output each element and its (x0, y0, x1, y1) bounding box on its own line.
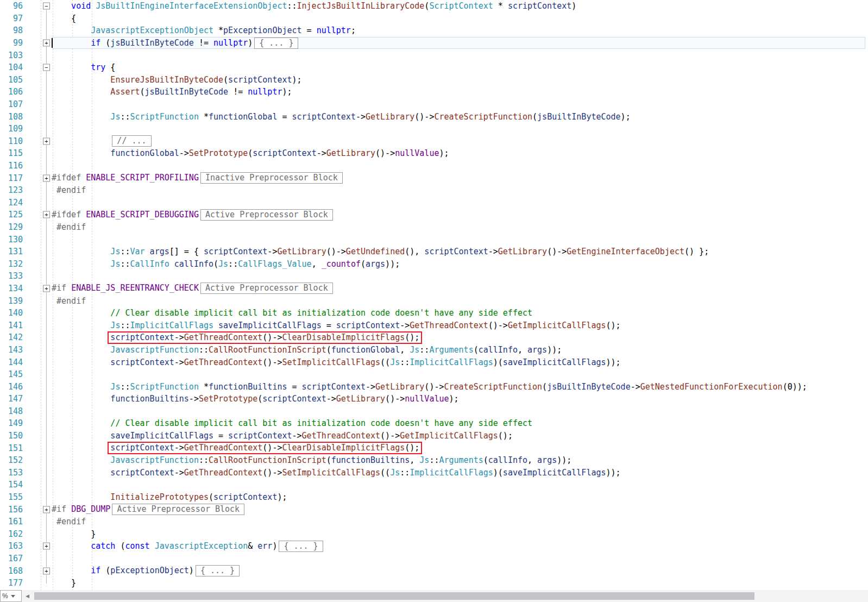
code-text[interactable]: scriptContext->GetThreadContext()->SetIm… (52, 358, 621, 367)
outlining-margin[interactable] (23, 123, 52, 135)
outlining-margin[interactable] (23, 356, 52, 368)
fold-expand-icon[interactable]: + (43, 40, 50, 47)
line-number[interactable]: 168 (0, 566, 23, 576)
fold-expand-icon[interactable]: + (43, 211, 50, 218)
outlining-margin[interactable] (23, 258, 52, 270)
code-text[interactable]: if (jsBuiltInByteCode != nullptr){ ... } (52, 37, 298, 49)
code-text[interactable]: JavascriptFunction::CallRootFunctionInSc… (52, 455, 571, 465)
code-line[interactable]: 145 (0, 368, 868, 381)
code-line[interactable]: 116 (0, 160, 868, 172)
code-text[interactable]: // Clear disable implicit call bit as in… (52, 418, 532, 428)
outlining-margin[interactable] (23, 184, 52, 197)
line-number[interactable]: 96 (0, 1, 23, 11)
line-number[interactable]: 147 (0, 394, 23, 404)
code-text[interactable]: } (52, 529, 96, 539)
line-number[interactable]: 163 (0, 541, 23, 551)
code-line[interactable]: 106Assert(jsBuiltInByteCode != nullptr); (0, 86, 868, 98)
fold-expand-icon[interactable]: + (43, 174, 50, 181)
code-text[interactable]: catch (const JavascriptException& err){ … (52, 541, 323, 552)
code-line[interactable]: 131Js::Var args[] = { scriptContext->Get… (0, 246, 868, 258)
line-number[interactable]: 117 (0, 173, 23, 183)
line-number[interactable]: 115 (0, 148, 23, 158)
zoom-level-dropdown[interactable]: % (0, 590, 22, 602)
outlining-margin[interactable] (23, 344, 52, 356)
code-line[interactable]: 144scriptContext->GetThreadContext()->Se… (0, 356, 868, 368)
code-text[interactable]: #ifdef ENABLE_SCRIPT_PROFILINGInactive P… (52, 172, 343, 184)
outlining-margin[interactable]: + (23, 540, 52, 553)
code-text[interactable]: scriptContext->GetThreadContext()->Clear… (52, 442, 422, 454)
line-number[interactable]: 106 (0, 87, 23, 97)
line-number[interactable]: 132 (0, 259, 23, 269)
code-text[interactable]: } (52, 578, 76, 588)
fold-expand-icon[interactable]: + (43, 543, 50, 550)
horizontal-scrollbar[interactable]: % ◀ (0, 590, 868, 602)
code-line[interactable]: 124 (0, 197, 868, 209)
collapsed-region-pill[interactable]: Active Preprocessor Block (112, 504, 244, 515)
code-line[interactable]: 132Js::CallInfo callInfo(Js::CallFlags_V… (0, 258, 868, 270)
code-text[interactable]: EnsureJsBuiltInByteCode(scriptContext); (52, 75, 302, 85)
code-text[interactable]: Js::ImplicitCallFlags saveImplicitCallFl… (52, 321, 621, 330)
outlining-margin[interactable] (23, 270, 52, 283)
outlining-margin[interactable] (23, 553, 52, 565)
line-number[interactable]: 131 (0, 247, 23, 256)
outlining-margin[interactable] (23, 442, 52, 454)
code-text[interactable]: Js::Var args[] = { scriptContext->GetLib… (52, 247, 709, 256)
code-line[interactable]: 133 (0, 270, 868, 283)
code-text[interactable]: #endif (52, 296, 86, 306)
outlining-margin[interactable] (23, 160, 52, 172)
code-line[interactable]: 149// Clear disable implicit call bit as… (0, 417, 868, 430)
line-number[interactable]: 167 (0, 554, 23, 563)
collapsed-region-pill[interactable]: Active Preprocessor Block (200, 283, 333, 294)
code-line[interactable]: 142scriptContext->GetThreadContext()->Cl… (0, 331, 868, 344)
code-text[interactable]: JavascriptExceptionObject *pExceptionObj… (52, 26, 356, 35)
outlining-margin[interactable] (23, 147, 52, 160)
code-line[interactable]: 177} (0, 577, 868, 590)
code-line[interactable]: 139#endif (0, 294, 868, 307)
outlining-margin[interactable] (23, 221, 52, 234)
code-line[interactable]: 108Js::ScriptFunction *functionGlobal = … (0, 110, 868, 123)
fold-expand-icon[interactable]: + (43, 567, 50, 574)
line-number[interactable]: 104 (0, 62, 23, 72)
code-text[interactable]: scriptContext->GetThreadContext()->SetIm… (52, 468, 621, 478)
line-number[interactable]: 162 (0, 529, 23, 539)
code-text[interactable]: Js::CallInfo callInfo(Js::CallFlags_Valu… (52, 259, 400, 269)
outlining-margin[interactable] (23, 319, 52, 331)
outlining-margin[interactable] (23, 491, 52, 504)
line-number[interactable]: 123 (0, 185, 23, 195)
code-line[interactable]: 167 (0, 553, 868, 565)
collapsed-region-pill[interactable]: // ... (112, 135, 151, 147)
code-line[interactable]: 154 (0, 479, 868, 491)
code-line[interactable]: 96−void JsBuiltInEngineInterfaceExtensio… (0, 0, 868, 12)
line-number[interactable]: 98 (0, 26, 23, 35)
collapsed-region-pill[interactable]: Inactive Preprocessor Block (200, 172, 343, 184)
code-line[interactable]: 148 (0, 405, 868, 418)
outlining-margin[interactable]: − (23, 0, 52, 12)
line-number[interactable]: 105 (0, 75, 23, 85)
outlining-margin[interactable] (23, 430, 52, 442)
code-line[interactable]: 151scriptContext->GetThreadContext()->Cl… (0, 442, 868, 454)
code-text[interactable]: void JsBuiltInEngineInterfaceExtensionOb… (52, 1, 576, 11)
code-line[interactable]: 150saveImplicitCallFlags = scriptContext… (0, 430, 868, 442)
line-number[interactable]: 140 (0, 308, 23, 318)
line-number[interactable]: 156 (0, 505, 23, 515)
code-line[interactable]: 162} (0, 528, 868, 541)
code-text[interactable]: try { (52, 62, 115, 72)
code-text[interactable]: functionGlobal->SetPrototype(scriptConte… (52, 148, 449, 158)
outlining-margin[interactable] (23, 98, 52, 111)
code-line[interactable]: 125+#ifdef ENABLE_SCRIPT_DEBUGGINGActive… (0, 209, 868, 221)
code-line[interactable]: 110+// ... (0, 135, 868, 148)
line-number[interactable]: 151 (0, 443, 23, 453)
fold-collapse-icon[interactable]: − (43, 3, 50, 10)
line-number[interactable]: 153 (0, 468, 23, 478)
outlining-margin[interactable]: + (23, 503, 52, 516)
code-line[interactable]: 141Js::ImplicitCallFlags saveImplicitCal… (0, 319, 868, 331)
outlining-margin[interactable] (23, 294, 52, 307)
outlining-margin[interactable]: + (23, 135, 52, 148)
code-line[interactable]: 168+if (pExceptionObject){ ... } (0, 565, 868, 577)
code-line[interactable]: 146Js::ScriptFunction *functionBuiltins … (0, 380, 868, 393)
outlining-margin[interactable] (23, 233, 52, 246)
outlining-margin[interactable] (23, 246, 52, 258)
code-line[interactable]: 152JavascriptFunction::CallRootFunctionI… (0, 454, 868, 467)
line-number[interactable]: 161 (0, 517, 23, 526)
code-line[interactable]: 153scriptContext->GetThreadContext()->Se… (0, 467, 868, 479)
